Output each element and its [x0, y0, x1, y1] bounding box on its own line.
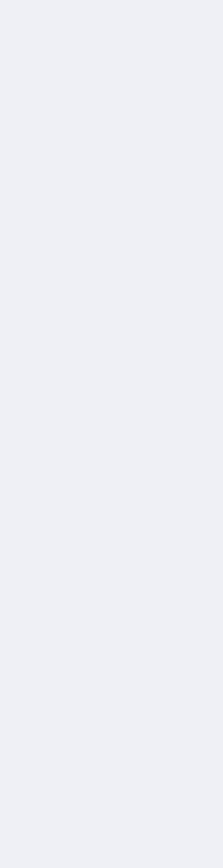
page-background: [0, 0, 223, 1]
